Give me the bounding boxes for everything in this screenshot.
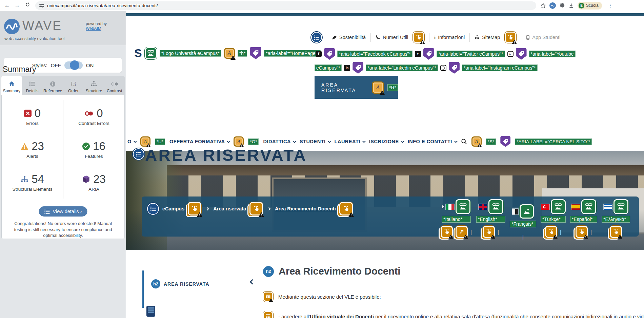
document-icon[interactable] [146,306,155,317]
breadcrumb-area-riservata[interactable]: Area riservata [213,206,246,211]
browser-menu-icon[interactable]: ⋮ [605,3,616,8]
nav-offerta-formativa[interactable]: OFFERTA FORMATIVA [169,139,229,144]
annotation-youtube-part2: eCampus"* [315,64,342,71]
forward-icon[interactable]: → [12,2,22,9]
warning-badge-icon [618,235,623,239]
flag-spain-icon[interactable] [571,204,580,210]
annotation-instagram: *aria-label="Instagram eCampus"* [462,64,538,71]
profile-avatar: E [579,3,584,8]
tab-structure[interactable]: Structure [84,76,104,95]
chevron-right-icon [206,207,209,210]
side-nav-item-area-riservata[interactable]: h2 AREA RISERVATA [151,279,238,288]
new-window-icon [456,226,468,238]
phone-icon [376,35,380,40]
annotation-turkce: *Türkçe* [541,216,566,223]
lang-separator: | [590,229,592,235]
instagram-icon[interactable] [440,65,446,71]
site-viewport: Sostenibilità Numeri Utili i Informazion… [126,11,644,318]
annotation-italiano: *Italiano* [442,216,471,223]
download-icon[interactable] [568,3,574,8]
warning-badge-icon [380,90,385,95]
heading-list-icon [133,148,144,160]
site-logo-fragment[interactable]: S [134,46,142,60]
tab-contrast[interactable]: Contrast [104,76,125,95]
tab-order[interactable]: 1→23→4 Order [63,76,84,95]
nav-info-contatti[interactable]: INFO E CONTATTI [408,139,457,144]
breadcrumb-current[interactable]: Area Ricevimento Docenti [275,206,336,211]
stat-errors: 0 Errors [2,100,63,133]
annotation-facebook: *aria-label="Facebook eCampus"* [337,51,412,57]
styles-toggle[interactable] [64,61,83,69]
annotation-r: *R* [387,84,398,91]
chevron-right-icon [267,207,271,210]
wave-click-icon [249,202,263,216]
social-row: f *aria-label="Facebook eCampus"* t *ari… [316,48,576,60]
lang-ellinika: *Ελληνικά* [602,199,630,239]
aria-label-tag-icon [449,62,460,74]
area-riservata-button[interactable]: AREA RISERVATA A *R* [315,76,398,99]
facebook-icon[interactable]: f [316,51,322,57]
lang-separator: | [522,234,524,240]
nav-ateneo-fragment[interactable]: O [127,139,136,144]
reload-icon[interactable] [22,2,33,9]
site-top-bar [126,13,644,16]
mobile-app-icon [526,35,530,40]
nav-studenti[interactable]: STUDENTI [300,139,330,144]
tab-summary[interactable]: Summary [1,76,22,95]
tab-reference[interactable]: Reference [42,76,63,95]
warning-badge-icon [512,40,517,44]
social-row: eCampus"* in *aria-label="Linkedin eCamp… [315,62,538,74]
utility-numeri-utili[interactable]: Numeri Utili [376,35,408,40]
youtube-icon[interactable]: ▸ [507,51,514,57]
summary-heading: Summary [3,65,36,74]
utility-app-studenti[interactable]: App Studenti [526,35,560,40]
nav-laureati[interactable]: LAUREATI [335,139,365,144]
collapse-chevron-icon[interactable] [250,279,255,285]
alert-triangle-icon [21,143,28,150]
site-settings-icon[interactable] [39,3,44,7]
aria-label-tag-icon [423,48,434,60]
utility-informazioni[interactable]: i Informazioni [434,35,465,40]
flag-uk-icon[interactable] [479,204,487,210]
view-details-button[interactable]: View details › [39,206,87,217]
lang-italiano: *Italiano* | [441,199,472,239]
annotation-homepage: *aria-label="HomePage"* [264,50,321,57]
linkedin-icon[interactable]: in [344,65,350,71]
linked-image-icon [456,199,470,214]
menu-list-icon[interactable] [311,32,322,43]
linked-image-icon [581,199,596,214]
annotation-linkedin: *aria-label="Linkedin eCampus"* [366,64,438,71]
extensions-puzzle-icon[interactable] [559,3,565,8]
annotation-u: *U* [155,138,165,145]
twitter-icon[interactable]: t [415,51,421,57]
wave-click-icon [545,226,557,238]
alt-text-icon: A [140,136,150,147]
structural-tree-icon [21,175,28,183]
nav-didattica[interactable]: DIDATTICA [263,139,295,144]
annotation-cerca-nel-sito: *ARIA-LABEL="CERCA NEL SITO"* [515,138,592,145]
bookmark-star-icon[interactable] [540,3,546,8]
utility-sostenibilita[interactable]: Sostenibilità [332,35,366,40]
browser-profile-chip[interactable]: E Scuola [578,2,602,10]
aria-cube-icon [82,175,90,183]
flag-france-icon[interactable] [512,209,518,214]
congrats-message: Congratulations! No errors were detected… [8,221,118,239]
intro-paragraph: Mediante questa sezione del VLE è possib… [278,294,381,300]
flag-turkey-icon[interactable] [541,204,549,210]
flag-italy-icon[interactable] [446,204,454,210]
breadcrumb-home[interactable]: eCampus [162,206,184,211]
wave-extension-icon[interactable] [549,2,556,9]
lang-espanol: *Español* | [570,199,597,239]
search-icon[interactable] [461,138,467,145]
url-bar[interactable]: uniecampus.it/area-riservata/area-ricevi… [35,1,536,10]
layout-table-icon [263,311,273,318]
back-icon[interactable]: ← [2,2,12,9]
h2-badge: h2 [151,279,160,288]
tab-details[interactable]: Details [22,76,43,95]
utility-sitemap[interactable]: SiteMap [475,35,500,40]
nav-iscrizione[interactable]: ISCRIZIONE [369,139,403,144]
flag-greece-icon[interactable] [604,204,612,210]
webaim-link[interactable]: WebAIM [86,26,101,31]
warning-badge-icon [490,235,496,239]
info-circle-icon [50,80,56,88]
